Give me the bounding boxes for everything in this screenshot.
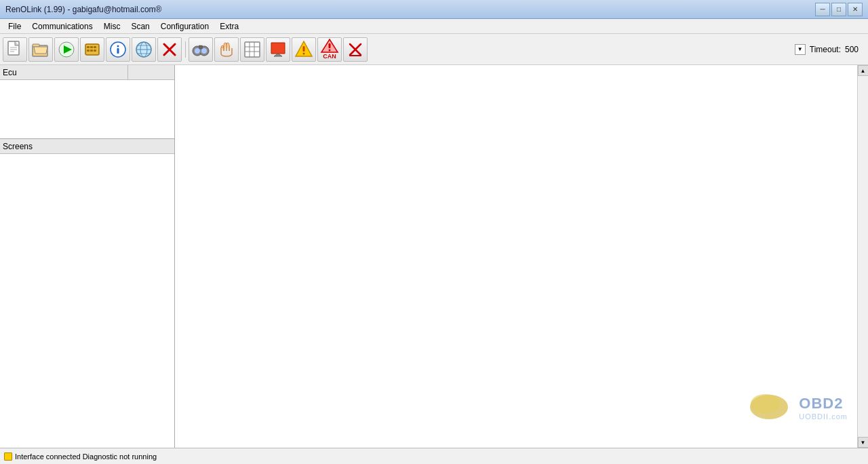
- screens-list[interactable]: [0, 154, 174, 448]
- svg-rect-13: [90, 50, 93, 52]
- right-scrollbar: ▲ ▼: [857, 65, 868, 448]
- obd-sub-text: UOBDII.com: [799, 412, 848, 421]
- svg-rect-17: [117, 48, 119, 54]
- scroll-down-button[interactable]: ▼: [858, 437, 869, 448]
- menu-configuration[interactable]: Configuration: [155, 19, 214, 33]
- menu-scan[interactable]: Scan: [125, 19, 155, 33]
- warning-icon: [294, 40, 313, 59]
- record-button[interactable]: [266, 37, 290, 62]
- ecu-header: Ecu: [0, 65, 174, 80]
- svg-rect-14: [94, 50, 96, 52]
- record-icon: [269, 40, 288, 59]
- svg-rect-12: [87, 50, 90, 52]
- svg-rect-38: [303, 46, 305, 52]
- screens-section: Screens: [0, 139, 174, 448]
- can-label: CAN: [323, 54, 336, 60]
- close-button[interactable]: ✕: [848, 3, 863, 16]
- svg-point-28: [195, 48, 200, 54]
- menu-file[interactable]: File: [3, 19, 26, 33]
- status-indicator: [4, 452, 12, 461]
- maximize-button[interactable]: □: [831, 3, 846, 16]
- obd-logo: OBD2 UOBDII.com: [749, 383, 848, 421]
- timeout-label: Timeout:: [810, 45, 841, 54]
- ecu-label: Ecu: [0, 65, 128, 79]
- menu-misc[interactable]: Misc: [98, 19, 126, 33]
- title-bar-text: RenOLink (1.99) - gabigafu@hotmail.com®: [5, 5, 161, 14]
- obd-text-area: OBD2 UOBDII.com: [799, 395, 848, 421]
- menu-bar: File Communications Misc Scan Configurat…: [0, 19, 868, 34]
- stop-button[interactable]: [157, 37, 182, 62]
- can-icon: [320, 39, 339, 54]
- globe-icon: [134, 40, 153, 59]
- svg-point-39: [303, 52, 305, 54]
- obd-oval-icon: [749, 383, 796, 421]
- cancel-button[interactable]: [343, 37, 368, 62]
- svg-marker-36: [274, 54, 282, 56]
- new-button[interactable]: [3, 37, 27, 62]
- menu-communications[interactable]: Communications: [26, 19, 98, 33]
- cancel-icon: [346, 40, 365, 59]
- hand-icon: [217, 40, 236, 59]
- menu-extra[interactable]: Extra: [214, 19, 244, 33]
- run-icon: [57, 40, 76, 59]
- svg-rect-41: [329, 43, 331, 48]
- toolbar-separator-1: [183, 37, 187, 62]
- svg-rect-0: [8, 41, 19, 55]
- grid-icon: [243, 40, 262, 59]
- scroll-up-button[interactable]: ▲: [858, 65, 869, 76]
- svg-rect-45: [349, 55, 361, 56]
- ecu-list[interactable]: [0, 80, 174, 138]
- warning-button[interactable]: [292, 37, 316, 62]
- timeout-dropdown[interactable]: ▼: [795, 44, 806, 55]
- info-icon: [108, 40, 127, 59]
- svg-rect-9: [87, 46, 90, 48]
- obd-watermark: OBD2 UOBDII.com: [749, 383, 848, 421]
- title-bar: RenOLink (1.99) - gabigafu@hotmail.com® …: [0, 0, 868, 19]
- title-bar-controls: ─ □ ✕: [815, 3, 863, 16]
- main-content: Ecu Screens OBD2 UOBDII.com: [0, 65, 868, 448]
- status-text: Interface connected Diagnostic not runni…: [15, 452, 157, 461]
- info-button[interactable]: [106, 37, 130, 62]
- timeout-value: 500: [845, 45, 865, 54]
- stop-icon: [160, 40, 179, 59]
- binoculars-button[interactable]: [189, 37, 213, 62]
- left-panel: Ecu Screens: [0, 65, 175, 448]
- ecu-section: Ecu: [0, 65, 174, 139]
- obd-main-text: OBD2: [799, 395, 848, 412]
- timeout-area: ▼ Timeout: 500: [795, 44, 865, 55]
- svg-point-29: [201, 48, 207, 54]
- hand-button[interactable]: [214, 37, 239, 62]
- ecu-col2: [128, 65, 174, 79]
- right-panel: OBD2 UOBDII.com ▲ ▼: [175, 65, 868, 448]
- globe-button[interactable]: [132, 37, 156, 62]
- status-bar: Interface connected Diagnostic not runni…: [0, 448, 868, 464]
- new-icon: [5, 40, 24, 59]
- minimize-button[interactable]: ─: [815, 3, 830, 16]
- svg-point-47: [751, 394, 781, 413]
- svg-point-16: [117, 45, 119, 47]
- binoculars-icon: [191, 40, 210, 59]
- ecu-icon: [83, 40, 102, 59]
- ecu-button[interactable]: [80, 37, 104, 62]
- toolbar: CAN ▼ Timeout: 500: [0, 34, 868, 65]
- svg-rect-27: [199, 45, 203, 49]
- svg-rect-5: [33, 44, 39, 47]
- grid-button[interactable]: [240, 37, 264, 62]
- open-icon: [31, 40, 50, 59]
- can-button[interactable]: CAN: [317, 37, 342, 62]
- svg-rect-11: [94, 46, 96, 48]
- svg-point-42: [329, 50, 331, 52]
- svg-rect-30: [245, 42, 260, 57]
- run-button[interactable]: [54, 37, 79, 62]
- open-button[interactable]: [28, 37, 53, 62]
- svg-rect-10: [90, 46, 93, 48]
- screens-header: Screens: [0, 139, 174, 154]
- svg-marker-35: [271, 43, 285, 54]
